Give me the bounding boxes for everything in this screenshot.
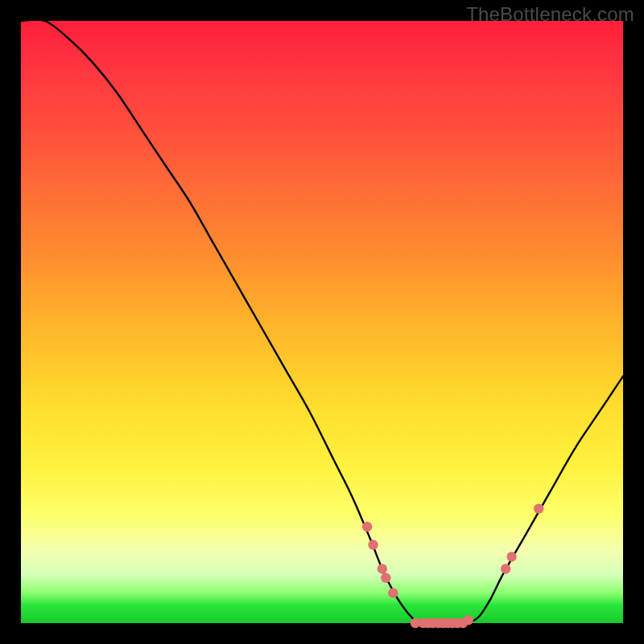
data-dot [501, 564, 510, 573]
data-dot [534, 504, 543, 514]
data-dot [381, 573, 390, 583]
data-dot [388, 588, 398, 597]
chart-svg [21, 21, 623, 623]
data-dot [378, 564, 387, 573]
data-dot [464, 615, 473, 625]
data-dot [506, 552, 516, 562]
data-dot [362, 522, 372, 531]
data-dot [368, 540, 378, 550]
chart-stage: TheBottleneck.com [0, 0, 644, 644]
data-dots [362, 504, 544, 629]
bottleneck-curve [21, 19, 623, 624]
